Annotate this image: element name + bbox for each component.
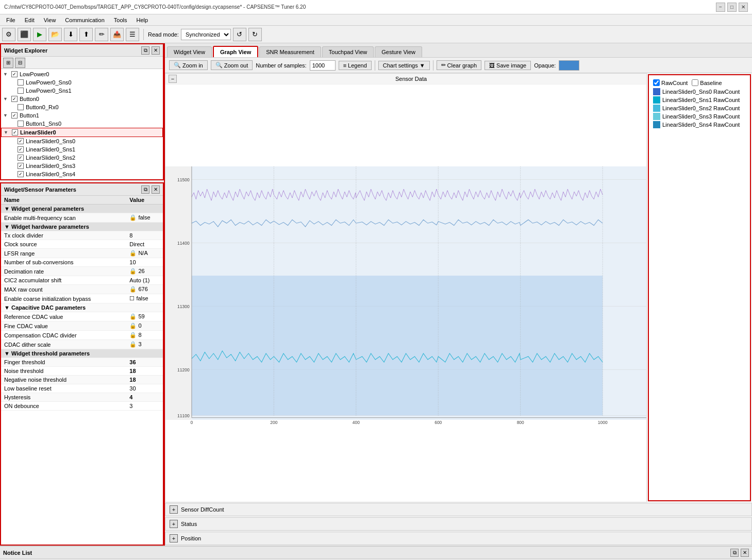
sensor-diffcount-panel[interactable]: + Sensor DiffCount (165, 503, 752, 516)
notice-list-float-button[interactable]: ⧉ (730, 549, 739, 557)
menu-edit[interactable]: Edit (21, 16, 39, 24)
clear-graph-button[interactable]: ✏ Clear graph (437, 60, 481, 70)
svg-text:11200: 11200 (177, 367, 190, 372)
check-lowpower0-sns1[interactable] (18, 88, 24, 94)
menu-help[interactable]: Help (132, 16, 152, 24)
notice-list-header: Notice List ⧉ ✕ (0, 547, 752, 559)
baseline-checkbox[interactable] (692, 79, 698, 86)
widget-explorer-close-button[interactable]: ✕ (152, 46, 160, 55)
chart-settings-button[interactable]: Chart settings ▼ (378, 61, 430, 70)
redo-button[interactable]: ↻ (248, 28, 262, 41)
legend-color-sns4 (653, 121, 660, 128)
position-panel[interactable]: + Position (165, 532, 752, 545)
tree-item-ls0-sns1[interactable]: ✓ LinearSlider0_Sns1 (1, 145, 163, 154)
check-linearslider0[interactable]: ✓ (12, 129, 18, 135)
menu-file[interactable]: File (2, 16, 20, 24)
opaque-color-box[interactable] (559, 60, 579, 71)
tree-item-ls0-sns2[interactable]: ✓ LinearSlider0_Sns2 (1, 154, 163, 162)
expand-button0-icon[interactable]: ▼ (3, 96, 9, 101)
check-lowpower0-sns0[interactable] (18, 79, 24, 86)
param-row: Enable multi-frequency scan 🔒 false (1, 213, 163, 223)
rawcount-checkbox[interactable] (653, 79, 660, 86)
tree-item-button0-rx0[interactable]: Button0_Rx0 (1, 103, 163, 111)
menu-tools[interactable]: Tools (110, 16, 131, 24)
check-button0-rx0[interactable] (18, 104, 24, 110)
minimize-button[interactable]: − (716, 3, 725, 12)
undo-button[interactable]: ↺ (233, 28, 246, 41)
maximize-button[interactable]: □ (727, 3, 737, 12)
save-image-button[interactable]: 🖼 Save image (484, 61, 531, 70)
settings-button[interactable]: ⚙ (2, 28, 15, 41)
expand-diffcount-icon[interactable]: + (170, 505, 178, 514)
tree-item-button0[interactable]: ▼ ✓ Button0 (1, 95, 163, 103)
upload-button[interactable]: ⬆ (79, 28, 93, 41)
collapse-all-button[interactable]: ⊟ (15, 58, 25, 68)
check-ls0-sns4[interactable]: ✓ (18, 171, 24, 177)
expand-linearslider0-icon[interactable]: ▼ (4, 130, 10, 135)
widget-explorer-title: Widget Explorer (4, 47, 47, 54)
check-ls0-sns3[interactable]: ✓ (18, 163, 24, 169)
expand-position-icon[interactable]: + (170, 534, 178, 542)
check-ls0-sns0[interactable]: ✓ (18, 138, 24, 144)
left-panel: Widget Explorer ⧉ ✕ ⊞ ⊟ ▼ ✓ LowPower0 (0, 43, 165, 546)
tree-item-ls0-sns3[interactable]: ✓ LinearSlider0_Sns3 (1, 162, 163, 170)
param-tx-clock-name: Tx clock divider (1, 231, 126, 240)
expand-button1-icon[interactable]: ▼ (3, 113, 9, 118)
zoom-in-button[interactable]: 🔍 Zoom in (169, 60, 208, 70)
expand-all-button[interactable]: ⊞ (3, 58, 13, 68)
tree-item-linearslider0[interactable]: ▼ ✓ LinearSlider0 (1, 128, 163, 137)
tree-item-button1-sns0[interactable]: Button1_Sns0 (1, 120, 163, 128)
menu-bar: File Edit View Communication Tools Help (0, 14, 752, 26)
param-sub-conv-value: 10 (126, 258, 163, 267)
check-ls0-sns1[interactable]: ✓ (18, 146, 24, 152)
check-ls0-sns2[interactable]: ✓ (18, 155, 24, 161)
menu-view[interactable]: View (40, 16, 60, 24)
open-button[interactable]: 📂 (48, 28, 62, 41)
tab-widget-view[interactable]: Widget View (167, 46, 212, 57)
tree-item-button1[interactable]: ▼ ✓ Button1 (1, 111, 163, 120)
sensor-data-collapse-button[interactable]: − (169, 75, 177, 83)
tree-item-ls0-sns4[interactable]: ✓ LinearSlider0_Sns4 (1, 170, 163, 178)
notice-list-close-button[interactable]: ✕ (741, 549, 749, 557)
params-close-button[interactable]: ✕ (152, 185, 160, 194)
params-float-button[interactable]: ⧉ (141, 185, 149, 194)
expand-status-icon[interactable]: + (170, 520, 178, 528)
stop-button[interactable]: ⬛ (18, 28, 31, 41)
tab-graph-view[interactable]: Graph View (213, 46, 258, 57)
tree-item-lowpower0-sns0[interactable]: LowPower0_Sns0 (1, 78, 163, 87)
param-lfsr-name: LFSR range (1, 249, 126, 258)
svg-rect-1 (165, 166, 192, 420)
samples-input[interactable] (310, 60, 336, 71)
tab-snr-measurement[interactable]: SNR Measurement (259, 46, 321, 57)
read-mode-select[interactable]: Synchronized Continuous (181, 29, 231, 40)
check-button0[interactable]: ✓ (11, 96, 18, 102)
check-lowpower0[interactable]: ✓ (11, 71, 18, 77)
widget-explorer-controls: ⧉ ✕ (141, 46, 160, 55)
param-row-hysteresis: Hysteresis 4 (1, 393, 163, 402)
export-button[interactable]: 📤 (110, 28, 124, 41)
download-button[interactable]: ⬇ (64, 28, 77, 41)
section-general: ▼ Widget general parameters (1, 205, 163, 213)
edit-button[interactable]: ✏ (95, 28, 108, 41)
tab-touchpad-view[interactable]: Touchpad View (322, 46, 374, 57)
legend-color-sns0 (653, 88, 660, 95)
section-cdac: ▼ Capacitive DAC parameters (1, 303, 163, 312)
zoom-out-button[interactable]: 🔍 Zoom out (211, 60, 253, 70)
close-button[interactable]: ✕ (739, 3, 748, 12)
widget-explorer-float-button[interactable]: ⧉ (141, 46, 149, 55)
tree-item-lowpower0[interactable]: ▼ ✓ LowPower0 (1, 70, 163, 78)
bottom-panels: + Sensor DiffCount + Status + Position (165, 502, 752, 546)
tab-gesture-view[interactable]: Gesture View (375, 46, 422, 57)
legend-label-sns1: LinearSlider0_Sns1 RawCount (662, 97, 740, 103)
run-button[interactable]: ▶ (33, 28, 46, 41)
check-button1-sns0[interactable] (18, 121, 24, 127)
tree-item-lowpower0-sns1[interactable]: LowPower0_Sns1 (1, 87, 163, 95)
menu-communication[interactable]: Communication (61, 16, 108, 24)
expand-lowpower0-icon[interactable]: ▼ (3, 72, 9, 77)
tree-item-ls0-sns0[interactable]: ✓ LinearSlider0_Sns0 (1, 137, 163, 145)
legend-button[interactable]: ≡ Legend (339, 61, 372, 70)
check-button1[interactable]: ✓ (11, 112, 18, 118)
status-panel[interactable]: + Status (165, 517, 752, 531)
svg-text:11100: 11100 (177, 413, 190, 418)
list-button[interactable]: ☰ (126, 28, 139, 41)
